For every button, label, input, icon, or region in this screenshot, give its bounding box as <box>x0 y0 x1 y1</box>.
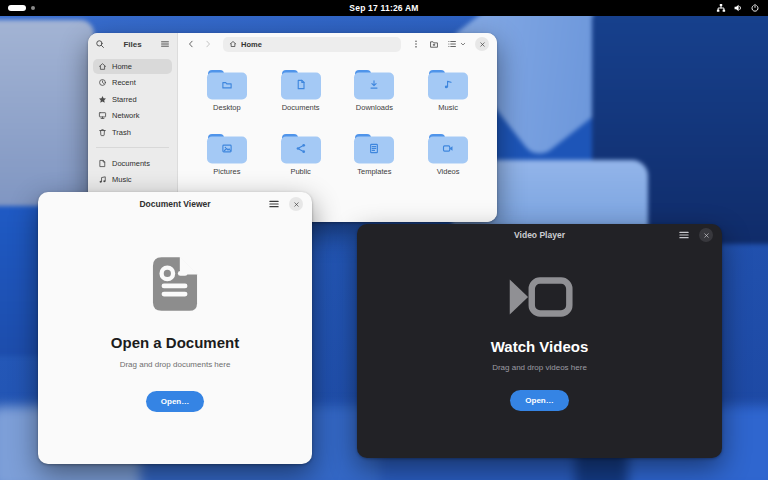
path-bar[interactable]: Home <box>223 37 401 52</box>
folder-item[interactable]: Documents <box>264 62 338 126</box>
close-icon <box>479 41 486 48</box>
video-player-titlebar: Video Player <box>357 224 722 246</box>
empty-state-title: Watch Videos <box>491 338 589 355</box>
wallpaper-cube <box>0 20 94 208</box>
video-camera-icon <box>507 276 573 318</box>
folder-label: Public <box>290 167 310 176</box>
sidebar-item-label: Starred <box>112 95 137 104</box>
folder-icon <box>279 65 323 101</box>
folder-item[interactable]: Downloads <box>338 62 412 126</box>
window-title: Document Viewer <box>139 199 210 209</box>
music-icon <box>100 177 106 183</box>
hamburger-menu-icon[interactable] <box>268 198 280 210</box>
search-icon[interactable] <box>95 39 105 49</box>
sidebar-item-label: Recent <box>112 78 136 87</box>
workspace-indicator[interactable] <box>8 5 35 11</box>
top-bar: Sep 17 11:26 AM <box>0 0 768 16</box>
folder-label: Music <box>438 103 458 112</box>
folder-icon <box>205 65 249 101</box>
hamburger-menu-icon[interactable] <box>160 39 170 49</box>
close-button[interactable] <box>475 37 489 51</box>
folder-label: Downloads <box>356 103 393 112</box>
video-player-empty-state: Watch Videos Drag and drop videos here O… <box>357 246 722 458</box>
folder-icon <box>205 129 249 165</box>
network-wired-icon[interactable] <box>716 3 726 13</box>
document-viewer-window: Document Viewer Open a Document Drag and… <box>38 192 312 464</box>
open-button[interactable]: Open… <box>510 390 568 411</box>
folder-label: Documents <box>282 103 320 112</box>
chevron-down-icon <box>459 40 467 48</box>
view-list-icon <box>447 39 457 49</box>
close-icon <box>293 201 300 208</box>
sidebar-item-label: Home <box>112 62 132 71</box>
sidebar-item-label: Music <box>112 175 132 184</box>
volume-icon[interactable] <box>733 3 743 13</box>
sidebar-item[interactable]: Recent <box>93 75 172 90</box>
home-icon <box>99 63 105 69</box>
folder-icon <box>279 129 323 165</box>
sidebar-item[interactable]: Music <box>93 172 172 187</box>
folder-item[interactable]: Desktop <box>190 62 264 126</box>
sidebar-places-list: Home Recent Starred Network Trash <box>88 55 177 143</box>
folder-icon <box>352 129 396 165</box>
kebab-menu-icon[interactable] <box>411 39 421 49</box>
folder-item[interactable]: Pictures <box>190 126 264 190</box>
document-viewer-empty-state: Open a Document Drag and drop documents … <box>38 216 312 464</box>
empty-state-subtitle: Drag and drop videos here <box>492 363 587 372</box>
header-actions <box>411 37 489 51</box>
system-tray[interactable] <box>716 3 760 13</box>
sidebar-item[interactable]: Network <box>93 108 172 123</box>
folder-label: Templates <box>357 167 391 176</box>
files-sidebar-header: Files <box>88 33 177 55</box>
sidebar-item-label: Network <box>112 111 140 120</box>
sidebar-item-label: Trash <box>112 128 131 137</box>
sidebar-item[interactable]: Documents <box>93 156 172 171</box>
inactive-workspace-dot[interactable] <box>31 6 35 10</box>
power-icon[interactable] <box>750 3 760 13</box>
clock[interactable]: Sep 17 11:26 AM <box>349 3 418 13</box>
active-workspace-pill[interactable] <box>8 5 26 11</box>
window-title: Video Player <box>514 230 565 240</box>
star-icon <box>99 96 106 103</box>
video-player-window: Video Player Watch Videos Drag and drop … <box>357 224 722 458</box>
back-button[interactable] <box>186 39 196 49</box>
sidebar-item[interactable]: Starred <box>93 92 172 107</box>
close-button[interactable] <box>289 197 303 211</box>
new-tab-icon[interactable] <box>429 39 439 49</box>
files-header-bar: Home <box>178 33 497 55</box>
folder-item[interactable]: Music <box>411 62 485 126</box>
empty-state-title: Open a Document <box>111 334 239 351</box>
folder-item[interactable]: Public <box>264 126 338 190</box>
sidebar-divider <box>96 147 169 148</box>
sidebar-item[interactable]: Home <box>93 59 172 74</box>
open-button[interactable]: Open… <box>146 391 204 412</box>
hamburger-menu-icon[interactable] <box>678 229 690 241</box>
close-button[interactable] <box>699 228 713 242</box>
home-icon <box>229 40 237 48</box>
trash-icon <box>100 129 106 135</box>
document-icon <box>152 256 198 312</box>
files-app-title: Files <box>123 40 141 49</box>
folder-item[interactable]: Templates <box>338 126 412 190</box>
folder-label: Desktop <box>213 103 241 112</box>
clock-icon <box>100 80 106 86</box>
folder-label: Videos <box>437 167 460 176</box>
forward-button[interactable] <box>203 39 213 49</box>
sidebar-item-label: Documents <box>112 159 150 168</box>
document-viewer-titlebar: Document Viewer <box>38 192 312 216</box>
empty-state-subtitle: Drag and drop documents here <box>120 360 231 369</box>
folder-item[interactable]: Videos <box>411 126 485 190</box>
breadcrumb: Home <box>241 40 262 49</box>
monitor-icon <box>99 113 105 119</box>
folder-icon <box>352 65 396 101</box>
close-icon <box>703 232 710 239</box>
folder-label: Pictures <box>213 167 240 176</box>
folder-icon <box>426 65 470 101</box>
view-switcher-button[interactable] <box>447 39 467 49</box>
sidebar-item[interactable]: Trash <box>93 125 172 140</box>
doc-icon <box>100 160 105 166</box>
folder-icon <box>426 129 470 165</box>
